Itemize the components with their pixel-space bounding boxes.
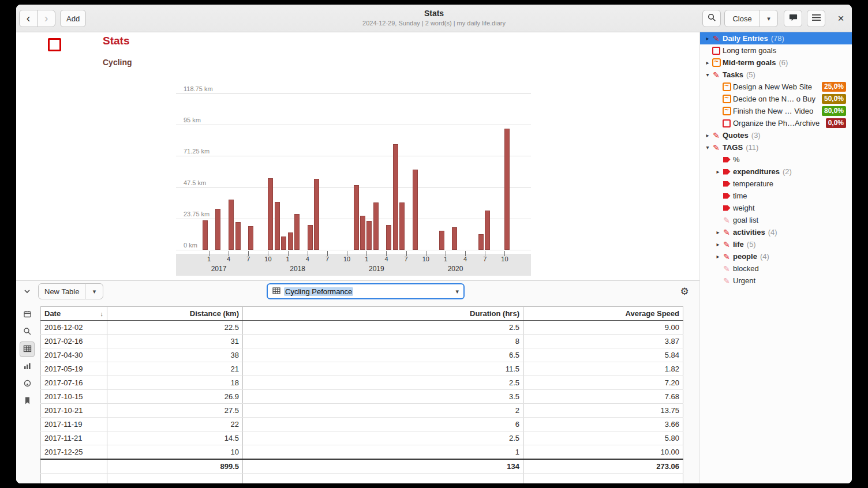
cell[interactable]: 2016-12-02	[41, 321, 107, 335]
cell[interactable]: 6	[243, 418, 523, 431]
calendar-rail-button[interactable]	[20, 307, 35, 322]
window-close-button[interactable]: ×	[832, 10, 850, 27]
cell[interactable]: 2017-11-21	[41, 431, 107, 445]
new-table-button[interactable]: New Table	[38, 283, 85, 299]
sidebar-item-organize-the-ph-archive[interactable]: Organize the Ph…Archive0,0%	[700, 117, 852, 129]
cell[interactable]: 2017-02-16	[41, 335, 107, 348]
palette-rail-button[interactable]	[20, 376, 35, 392]
cell[interactable]: 5.80	[523, 431, 683, 445]
cell[interactable]: 5.84	[523, 348, 683, 362]
column-header-distance-km[interactable]: Distance (km)	[107, 307, 243, 321]
column-header-average-speed[interactable]: Average Speed	[523, 307, 683, 321]
cell[interactable]: 1	[243, 445, 523, 460]
cell[interactable]: 1.82	[523, 362, 683, 376]
sidebar-item-temperature[interactable]: temperature	[700, 178, 852, 190]
data-table: Date↓Distance (km)Duration (hrs)Average …	[40, 306, 683, 483]
expander-icon[interactable]: ▸	[704, 35, 712, 42]
cell[interactable]: 22.5	[107, 321, 243, 335]
annotation-button[interactable]	[784, 10, 802, 27]
expander-icon[interactable]: ▸	[704, 132, 712, 138]
cell[interactable]: 2.5	[243, 431, 523, 445]
sidebar-item-expenditures[interactable]: ▸expenditures(2)	[700, 166, 852, 178]
cell[interactable]: 3.66	[523, 418, 683, 431]
cell[interactable]: 27.5	[107, 404, 243, 418]
expander-icon[interactable]: ▸	[714, 241, 722, 247]
sidebar-item-time[interactable]: time	[700, 190, 852, 202]
sidebar-item-design-a-new-web-site[interactable]: ~Design a New Web Site25,0%	[700, 81, 852, 93]
cell[interactable]: 2017-07-16	[41, 376, 107, 390]
expander-icon[interactable]: ▸	[714, 253, 722, 260]
cell[interactable]: 3.5	[243, 390, 523, 404]
cell[interactable]: 7.20	[523, 376, 683, 390]
cell[interactable]: 10.00	[523, 445, 683, 460]
cell[interactable]: 18	[107, 376, 243, 390]
empty-cell	[243, 474, 523, 484]
sidebar-item-weight[interactable]: weight	[700, 202, 852, 214]
expander-icon[interactable]: ▸	[704, 59, 712, 66]
sidebar-item-life[interactable]: ▸✎life(5)	[700, 238, 852, 250]
sidebar-item-quotes[interactable]: ▸✎Quotes(3)	[700, 129, 852, 141]
close-entry-button[interactable]: Close	[724, 10, 760, 27]
cell[interactable]: 7.68	[523, 390, 683, 404]
sidebar-item-long-term-goals[interactable]: Long term goals	[700, 44, 852, 57]
expander-icon[interactable]: ▸	[714, 229, 722, 235]
search-rail-button[interactable]	[20, 324, 35, 340]
sidebar-item-blocked[interactable]: ✎blocked	[700, 262, 852, 275]
cell[interactable]: 8	[243, 335, 523, 348]
forward-button[interactable]: ›	[37, 10, 55, 27]
expander-icon[interactable]: ▸	[714, 168, 722, 175]
cell[interactable]: 26.9	[107, 390, 243, 404]
cell[interactable]: 38	[107, 348, 243, 362]
sidebar-item-tasks[interactable]: ▾✎Tasks(5)	[700, 69, 852, 81]
sidebar-item-daily-entries[interactable]: ▸✎Daily Entries(78)	[700, 32, 852, 44]
expander-icon[interactable]: ▾	[704, 144, 712, 151]
cell[interactable]: 2017-05-19	[41, 362, 107, 376]
cell[interactable]: 10	[107, 445, 243, 460]
collapse-panel-button[interactable]	[20, 284, 35, 299]
cell[interactable]: 22	[107, 418, 243, 431]
cell[interactable]: 13.75	[523, 404, 683, 418]
chart-rail-button[interactable]	[20, 359, 35, 374]
cell[interactable]: 9.00	[523, 321, 683, 335]
close-dropdown-button[interactable]: ▾	[760, 10, 778, 27]
expander-icon[interactable]: ▾	[704, 72, 712, 78]
titlebar: ‹ › Add Stats 2024-12-29, Sunday | 2 wor…	[16, 5, 852, 32]
bookmark-rail-button[interactable]	[20, 393, 35, 409]
chart-icon	[23, 362, 32, 372]
new-table-dropdown-button[interactable]: ▾	[85, 283, 103, 299]
column-header-duration-hrs[interactable]: Duration (hrs)	[243, 307, 523, 321]
table-selector-combo[interactable]: Cycling Peformance ▾	[267, 283, 465, 299]
cell[interactable]: 3.87	[523, 335, 683, 348]
cell[interactable]: 6.5	[243, 348, 523, 362]
sidebar-item-decide-on-the-n-o-buy[interactable]: ~Decide on the N… o Buy50,0%	[700, 93, 852, 105]
cell[interactable]: 2	[243, 404, 523, 418]
cell[interactable]: 2017-10-21	[41, 404, 107, 418]
sidebar-item-people[interactable]: ▸✎people(4)	[700, 250, 852, 262]
cell[interactable]: 14.5	[107, 431, 243, 445]
add-button[interactable]: Add	[60, 10, 86, 27]
sidebar-item-item[interactable]: %	[700, 153, 852, 166]
table-rail-button[interactable]	[20, 341, 35, 357]
cell[interactable]: 2017-04-30	[41, 348, 107, 362]
back-button[interactable]: ‹	[19, 10, 38, 27]
cell[interactable]: 21	[107, 362, 243, 376]
sidebar-item-goal-list[interactable]: ✎goal list	[700, 214, 852, 226]
main-menu-button[interactable]	[807, 10, 825, 27]
cell[interactable]: 2017-10-15	[41, 390, 107, 404]
cell[interactable]: 2.5	[243, 321, 523, 335]
sidebar-item-activities[interactable]: ▸✎activities(4)	[700, 226, 852, 238]
sidebar-item-tags[interactable]: ▾✎TAGS(11)	[700, 141, 852, 153]
cell[interactable]: 31	[107, 335, 243, 348]
x-year-label: 2017	[211, 265, 227, 273]
cell[interactable]: 11.5	[243, 362, 523, 376]
search-button[interactable]	[702, 10, 721, 27]
sidebar-item-finish-the-new-video[interactable]: ~Finish the New … Video80,0%	[700, 105, 852, 117]
sidebar-item-urgent[interactable]: ✎Urgent	[700, 275, 852, 287]
y-axis-label: 0 km	[184, 241, 197, 249]
table-settings-button[interactable]: ⚙	[676, 283, 693, 299]
cell[interactable]: 2.5	[243, 376, 523, 390]
sidebar-item-mid-term-goals[interactable]: ▸~Mid-term goals(6)	[700, 57, 852, 69]
column-header-date[interactable]: Date↓	[41, 307, 107, 321]
cell[interactable]: 2017-11-19	[41, 418, 107, 431]
cell[interactable]: 2017-12-25	[41, 445, 107, 460]
